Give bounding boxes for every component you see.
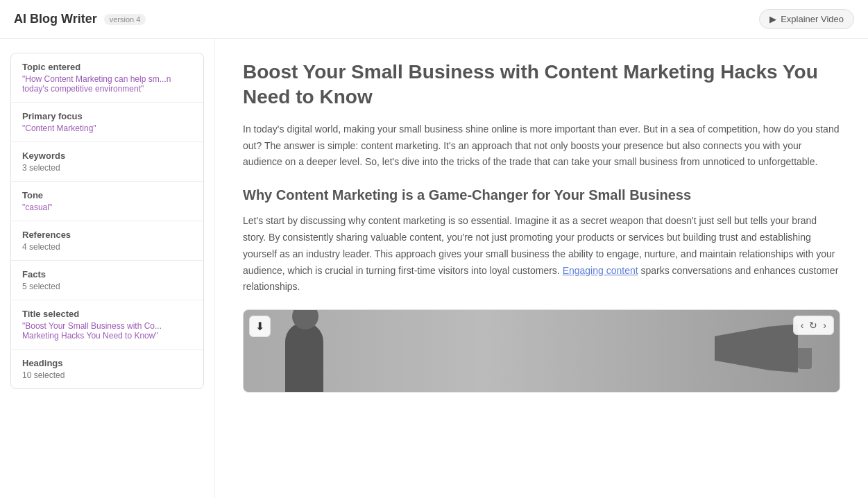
tone-value: "casual" [22,203,192,212]
image-nav-controls: ‹ ↻ › [793,316,834,335]
title-selected-label: Title selected [22,309,192,319]
primary-focus-value: "Content Marketing" [22,123,192,133]
facts-label: Facts [22,269,192,280]
sidebar-item-title[interactable]: Title selected "Boost Your Small Busines… [11,300,203,350]
keywords-label: Keywords [22,151,192,161]
megaphone-handle [798,348,812,369]
sidebar-item-keywords[interactable]: Keywords 3 selected [11,142,203,182]
blog-intro: In today's digital world, making your sm… [243,121,840,171]
references-count: 4 selected [22,242,192,252]
main-content: Boost Your Small Business with Content M… [215,39,868,498]
sidebar-item-topic[interactable]: Topic entered "How Content Marketing can… [11,53,203,103]
sidebar-item-headings[interactable]: Headings 10 selected [11,350,203,388]
blog-title: Boost Your Small Business with Content M… [243,60,840,110]
header: AI Blog Writer version 4 ▶ Explainer Vid… [0,0,868,39]
play-icon: ▶ [769,14,776,24]
image-refresh-button[interactable]: ↻ [809,320,817,331]
app-title: AI Blog Writer [14,12,97,26]
sidebar-item-references[interactable]: References 4 selected [11,221,203,261]
sidebar-item-facts[interactable]: Facts 5 selected [11,261,203,300]
sidebar-item-primary-focus[interactable]: Primary focus "Content Marketing" [11,103,203,142]
explainer-video-button[interactable]: ▶ Explainer Video [759,9,854,29]
main-layout: Topic entered "How Content Marketing can… [0,39,868,498]
keywords-count: 3 selected [22,163,192,173]
topic-label: Topic entered [22,62,192,72]
image-preview: ⬇ ‹ ↻ › [243,309,840,393]
headings-count: 10 selected [22,370,192,380]
engaging-content-link[interactable]: Engaging content [563,265,638,276]
megaphone [715,324,798,372]
sidebar-card: Topic entered "How Content Marketing can… [10,53,204,389]
references-label: References [22,230,192,240]
section1-heading: Why Content Marketing is a Game-Changer … [243,187,840,203]
section1-body: Let's start by discussing why content ma… [243,213,840,295]
facts-count: 5 selected [22,282,192,291]
headings-label: Headings [22,358,192,368]
title-selected-value: "Boost Your Small Business with Co... Ma… [22,321,192,341]
header-left: AI Blog Writer version 4 [14,12,146,26]
person-body [285,323,323,392]
primary-focus-label: Primary focus [22,111,192,121]
explainer-button-label: Explainer Video [781,14,844,24]
image-download-button[interactable]: ⬇ [249,316,271,337]
tone-label: Tone [22,190,192,200]
sidebar-item-tone[interactable]: Tone "casual" [11,182,203,221]
topic-value: "How Content Marketing can help sm...n t… [22,74,192,94]
version-badge: version 4 [104,14,146,25]
image-prev-button[interactable]: ‹ [801,320,804,331]
sidebar: Topic entered "How Content Marketing can… [0,39,215,498]
download-icon: ⬇ [255,320,264,333]
image-next-button[interactable]: › [823,320,826,331]
